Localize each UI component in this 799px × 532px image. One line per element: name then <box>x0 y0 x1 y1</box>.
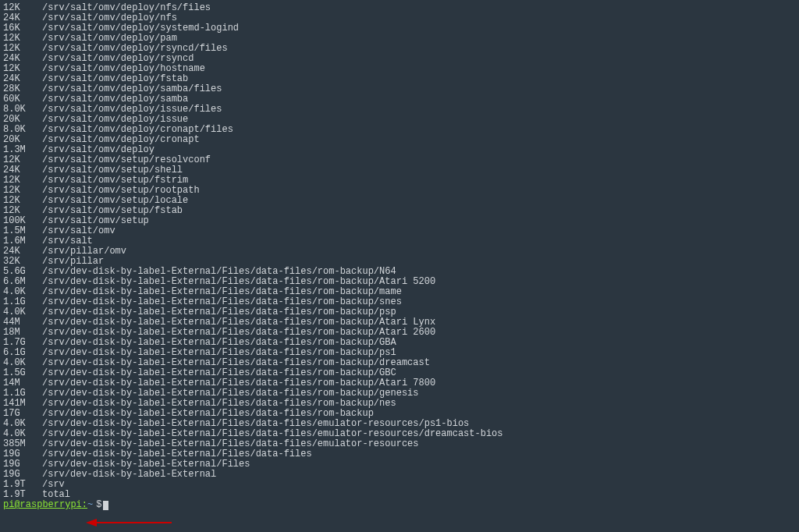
prompt-user-host: pi@raspberrypi <box>3 500 82 510</box>
path-value: /srv/dev-disk-by-label-External <box>42 470 216 480</box>
terminal-output[interactable]: 12K/srv/salt/omv/deploy/nfs/files24K/srv… <box>3 3 796 500</box>
output-row: 100K/srv/salt/omv/setup <box>3 216 796 226</box>
svg-marker-1 <box>86 519 97 527</box>
output-row: 24K/srv/pillar/omv <box>3 246 796 257</box>
shell-prompt[interactable]: pi@raspberrypi:~ $ <box>3 500 796 510</box>
output-row: 1.9T/srv <box>3 480 796 490</box>
output-row: 1.9Ttotal <box>3 490 796 500</box>
output-row: 19G/srv/dev-disk-by-label-External <box>3 470 796 480</box>
arrow-annotation-icon <box>86 518 172 527</box>
output-row: 1.5M/srv/salt/omv <box>3 226 796 236</box>
cursor-icon <box>103 501 108 510</box>
prompt-symbol: $ <box>96 500 101 510</box>
prompt-cwd: ~ <box>87 500 93 510</box>
prompt-separator: : <box>82 500 87 510</box>
